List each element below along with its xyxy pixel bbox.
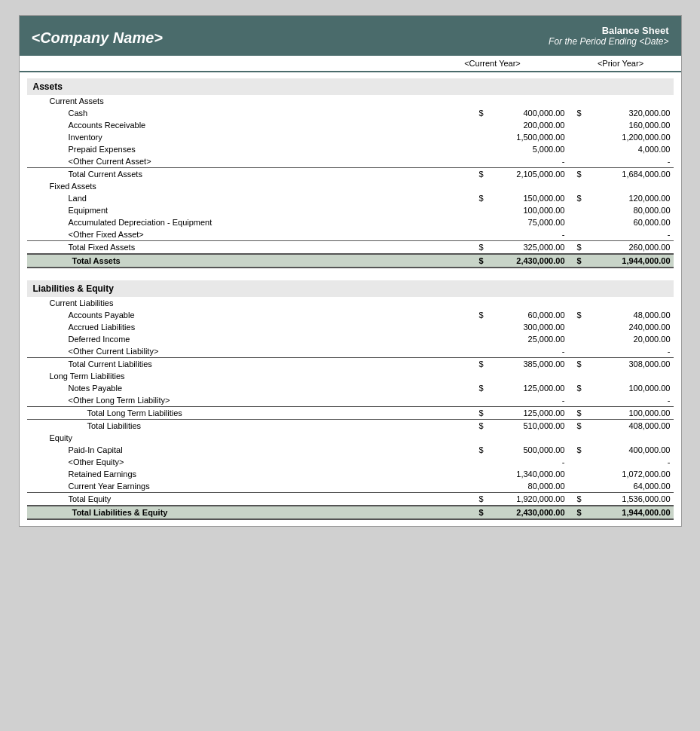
prepaid-row: Prepaid Expenses 5,000.00 4,000.00: [27, 143, 674, 155]
inventory-prior: 1,200,000.00: [591, 133, 674, 142]
current-assets-label-row: Current Assets: [27, 95, 674, 107]
notes-payable-row: Notes Payable $ 125,000.00 $ 100,000.00: [27, 382, 674, 394]
other-fixed-asset-prior: -: [591, 230, 674, 239]
cash-row: Cash $ 400,000.00 $ 320,000.00: [27, 107, 674, 119]
retained-earnings-prior: 1,072,000.00: [591, 469, 674, 479]
ap-prior: 48,000.00: [591, 310, 674, 320]
equipment-label: Equipment: [69, 206, 448, 215]
other-current-liability-row: <Other Current Liability> - -: [27, 345, 674, 357]
total-current-liabilities-prior: 308,000.00: [591, 359, 674, 369]
report-subtitle: For the Period Ending <Date>: [549, 36, 668, 47]
total-liabilities-equity-current: 2,430,000.00: [488, 508, 571, 517]
other-lt-liability-amounts: - -: [448, 396, 674, 405]
ap-amounts: $ 60,000.00 $ 48,000.00: [448, 310, 674, 320]
retained-earnings-current: 1,340,000.00: [488, 469, 571, 479]
total-lt-liabilities-label: Total Long Term Liabilities: [87, 408, 448, 417]
land-prior: 120,000.00: [591, 194, 674, 203]
accum-dep-label: Accumulated Depreciation - Equipment: [69, 218, 448, 227]
accum-dep-row: Accumulated Depreciation - Equipment 75,…: [27, 216, 674, 228]
total-current-liabilities-current: 385,000.00: [488, 359, 571, 369]
total-liabilities-equity-label: Total Liabilities & Equity: [50, 508, 448, 517]
balance-sheet-page: <Company Name> Balance Sheet For the Per…: [19, 15, 682, 527]
lt-liabilities-label: Long Term Liabilities: [50, 372, 674, 381]
other-equity-prior: -: [591, 457, 674, 466]
total-liabilities-amounts: $ 510,000.00 $ 408,000.00: [448, 421, 674, 430]
current-year-earnings-amounts: 80,000.00 64,000.00: [448, 482, 674, 491]
other-current-liability-amounts: - -: [448, 347, 674, 356]
retained-earnings-row: Retained Earnings 1,340,000.00 1,072,000…: [27, 468, 674, 480]
paid-in-capital-label: Paid-In Capital: [69, 445, 448, 454]
fixed-assets-label-row: Fixed Assets: [27, 180, 674, 192]
other-current-asset-row: <Other Current Asset> - -: [27, 155, 674, 167]
other-current-asset-amounts: - -: [448, 157, 674, 166]
total-liabilities-prior: 408,000.00: [591, 421, 674, 430]
other-lt-liability-current: -: [488, 396, 571, 405]
total-lt-liabilities-prior: 100,000.00: [591, 408, 674, 417]
other-fixed-asset-row: <Other Fixed Asset> - -: [27, 228, 674, 240]
equity-label-row: Equity: [27, 432, 674, 444]
cash-dollar: $: [479, 109, 488, 118]
report-title: Balance Sheet: [549, 25, 668, 36]
paid-in-capital-current: 500,000.00: [488, 445, 571, 454]
accrued-row: Accrued Liabilities 300,000.00 240,000.0…: [27, 321, 674, 333]
accrued-current: 300,000.00: [488, 323, 571, 332]
ap-label: Accounts Payable: [69, 310, 448, 320]
accrued-label: Accrued Liabilities: [69, 323, 448, 332]
equipment-current: 100,000.00: [488, 206, 571, 215]
liabilities-equity-section-header: Liabilities & Equity: [27, 280, 674, 297]
total-current-liabilities-amounts: $ 385,000.00 $ 308,000.00: [448, 359, 674, 369]
other-lt-liability-label: <Other Long Term Liability>: [69, 396, 448, 405]
report-content: Assets Current Assets Cash $ 400,000.00 …: [20, 78, 681, 526]
ap-current: 60,000.00: [488, 310, 571, 320]
paid-in-capital-amounts: $ 500,000.00 $ 400,000.00: [448, 445, 674, 454]
total-liabilities-equity-row: Total Liabilities & Equity $ 2,430,000.0…: [27, 505, 674, 520]
total-assets-row: Total Assets $ 2,430,000.00 $ 1,944,000.…: [27, 253, 674, 268]
ar-label: Accounts Receivable: [69, 121, 448, 130]
ar-prior: 160,000.00: [591, 121, 674, 130]
current-year-earnings-prior: 64,000.00: [591, 482, 674, 491]
total-current-assets-label: Total Current Assets: [69, 170, 448, 179]
inventory-amounts: 1,500,000.00 1,200,000.00: [448, 133, 674, 142]
total-current-assets-current: 2,105,000.00: [488, 170, 571, 179]
lt-liabilities-label-row: Long Term Liabilities: [27, 370, 674, 382]
retained-earnings-amounts: 1,340,000.00 1,072,000.00: [448, 469, 674, 479]
prepaid-label: Prepaid Expenses: [69, 145, 448, 154]
land-row: Land $ 150,000.00 $ 120,000.00: [27, 192, 674, 204]
deferred-income-label: Deferred Income: [69, 335, 448, 344]
other-equity-current: -: [488, 457, 571, 466]
prepaid-prior: 4,000.00: [591, 145, 674, 154]
column-headers: <Current Year> <Prior Year>: [20, 56, 681, 72]
total-lt-liabilities-current: 125,000.00: [488, 408, 571, 417]
current-year-earnings-current: 80,000.00: [488, 482, 571, 491]
total-assets-amounts: $ 2,430,000.00 $ 1,944,000.00: [448, 256, 674, 265]
total-liabilities-equity-prior: 1,944,000.00: [591, 508, 674, 517]
cash-label: Cash: [69, 109, 448, 118]
ar-current: 200,000.00: [488, 121, 571, 130]
total-equity-current: 1,920,000.00: [488, 494, 571, 503]
total-lt-liabilities-amounts: $ 125,000.00 $ 100,000.00: [448, 408, 674, 417]
prepaid-current: 5,000.00: [488, 145, 571, 154]
inventory-label: Inventory: [69, 133, 448, 142]
current-liabilities-label-row: Current Liabilities: [27, 297, 674, 309]
other-current-asset-current: -: [488, 157, 571, 166]
total-equity-amounts: $ 1,920,000.00 $ 1,536,000.00: [448, 494, 674, 503]
cash-dollar-prior: $: [577, 109, 591, 118]
accum-dep-prior: 60,000.00: [591, 218, 674, 227]
header-right: Balance Sheet For the Period Ending <Dat…: [549, 25, 668, 47]
other-lt-liability-prior: -: [591, 396, 674, 405]
other-fixed-asset-label: <Other Fixed Asset>: [69, 230, 448, 239]
total-liabilities-equity-amounts: $ 2,430,000.00 $ 1,944,000.00: [448, 508, 674, 517]
ar-row: Accounts Receivable 200,000.00 160,000.0…: [27, 119, 674, 131]
accrued-amounts: 300,000.00 240,000.00: [448, 323, 674, 332]
total-assets-current: 2,430,000.00: [488, 256, 571, 265]
other-equity-row: <Other Equity> - -: [27, 456, 674, 468]
prior-year-header: <Prior Year>: [561, 59, 681, 68]
current-year-earnings-label: Current Year Earnings: [69, 482, 448, 491]
equipment-prior: 80,000.00: [591, 206, 674, 215]
other-current-liability-label: <Other Current Liability>: [69, 347, 448, 356]
other-current-asset-prior: -: [591, 157, 674, 166]
notes-payable-amounts: $ 125,000.00 $ 100,000.00: [448, 384, 674, 393]
equipment-amounts: 100,000.00 80,000.00: [448, 206, 674, 215]
total-current-assets-amounts: $ 2,105,000.00 $ 1,684,000.00: [448, 170, 674, 179]
total-liabilities-current: 510,000.00: [488, 421, 571, 430]
